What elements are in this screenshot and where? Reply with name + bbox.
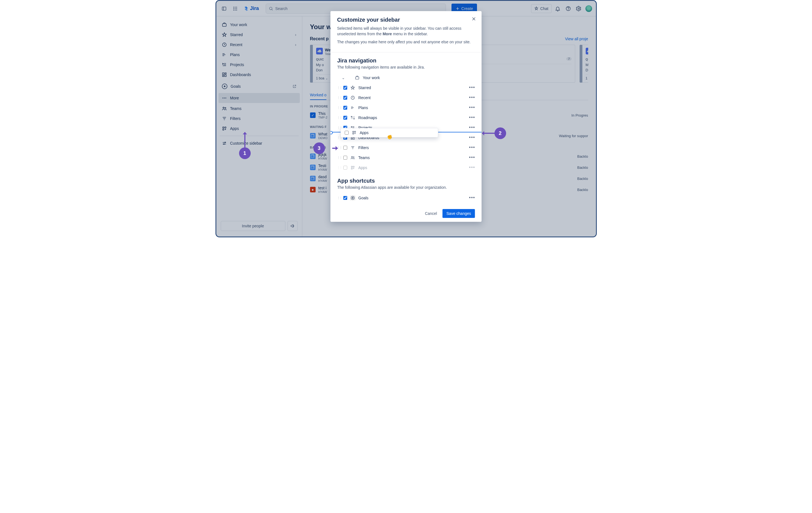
svg-rect-42 — [353, 138, 354, 139]
nav-section-subtitle: The following navigation items are avail… — [337, 65, 475, 70]
shortcuts-section-title: App shortcuts — [337, 178, 475, 184]
drag-handle-icon[interactable]: ⋮⋮ — [337, 96, 341, 99]
nav-item-more-button[interactable]: ••• — [469, 125, 475, 131]
drag-ghost-checkbox — [345, 131, 349, 135]
nav-item-more-button[interactable]: ••• — [469, 155, 475, 160]
svg-rect-36 — [355, 77, 359, 79]
nav-item-checkbox[interactable] — [343, 156, 347, 160]
nav-item-teams[interactable]: ⋮⋮Teams••• — [337, 153, 475, 163]
nav-item-label: Roadmaps — [358, 115, 377, 120]
callout-arrow-3 — [332, 148, 338, 149]
nav-item-apps[interactable]: ⋮⋮Apps••• — [337, 163, 475, 173]
modal-description: Selected items will always be visible in… — [337, 26, 475, 37]
nav-item-checkbox[interactable] — [343, 86, 347, 90]
drag-handle-icon[interactable]: ⋮⋮ — [337, 86, 341, 89]
drag-handle-icon[interactable]: ⋮⋮ — [337, 106, 341, 109]
star-icon — [350, 85, 355, 90]
drag-ghost-label: Apps — [360, 131, 369, 135]
teams-icon — [350, 156, 355, 160]
callout-arrow-1 — [244, 132, 245, 148]
callout-badge-1: 1 — [239, 147, 251, 159]
filter-icon — [350, 145, 355, 150]
shortcut-checkbox[interactable] — [343, 196, 347, 200]
nav-item-more-button[interactable]: ••• — [469, 165, 475, 170]
nav-item-starred[interactable]: ⋮⋮Starred••• — [337, 83, 475, 93]
apps-icon — [350, 165, 355, 170]
svg-point-44 — [351, 156, 352, 157]
nav-item-label: Filters — [358, 145, 369, 150]
nav-item-label: Starred — [358, 85, 371, 90]
svg-rect-43 — [351, 138, 352, 139]
nav-item-more-button[interactable]: ••• — [469, 94, 475, 101]
briefcase-icon — [354, 76, 360, 80]
nav-item-label: Your work — [363, 76, 380, 80]
svg-point-39 — [354, 118, 354, 119]
nav-item-more-button[interactable]: ••• — [469, 115, 475, 120]
nav-item-more-button[interactable]: ••• — [469, 135, 475, 140]
nav-item-more-button[interactable]: ••• — [469, 85, 475, 90]
close-icon — [471, 16, 477, 22]
nav-item-more-button[interactable]: ••• — [469, 105, 475, 110]
shortcut-label: Goals — [358, 196, 369, 200]
svg-rect-47 — [353, 166, 354, 167]
nav-item-checkbox[interactable] — [343, 96, 347, 100]
drag-handle-icon[interactable]: ⋮⋮ — [337, 126, 341, 129]
callout-arrow-2 — [482, 133, 495, 134]
nav-item-checkbox[interactable] — [343, 106, 347, 110]
chevron-down-icon: ⌄ — [342, 76, 345, 80]
shortcut-more-button[interactable]: ••• — [469, 195, 475, 201]
svg-rect-49 — [352, 131, 354, 132]
nav-item-label: Teams — [358, 156, 370, 160]
shortcut-item-goals[interactable]: ⋮⋮Goals••• — [337, 193, 475, 203]
nav-section-title: Jira navigation — [337, 57, 475, 64]
drag-handle-icon[interactable]: ⋮⋮ — [337, 196, 341, 199]
modal-description-2: The changes you make here only affect yo… — [337, 39, 475, 45]
save-changes-button[interactable]: Save changes — [443, 209, 475, 218]
modal-title: Customize your sidebar — [337, 17, 475, 23]
drag-handle-icon[interactable]: ⋮⋮ — [337, 156, 341, 159]
drag-handle-icon[interactable]: ⋮⋮ — [337, 116, 341, 119]
clock-icon — [350, 96, 355, 100]
modal-close-button[interactable] — [471, 16, 477, 23]
apps-icon — [351, 131, 357, 135]
nav-item-plans[interactable]: ⋮⋮Plans••• — [337, 103, 475, 113]
svg-rect-46 — [351, 166, 352, 167]
svg-point-45 — [353, 157, 354, 157]
nav-item-recent[interactable]: ⋮⋮Recent••• — [337, 93, 475, 103]
roadmap-icon — [350, 115, 355, 120]
plans-icon — [350, 106, 355, 110]
callout-badge-3: 3 — [313, 142, 325, 154]
nav-item-checkbox[interactable] — [343, 146, 347, 150]
grab-cursor-icon: ✊ — [387, 135, 393, 140]
goals-icon — [350, 195, 355, 200]
drag-handle-icon[interactable]: ⋮⋮ — [337, 136, 341, 139]
nav-item-more-button[interactable]: ••• — [469, 145, 475, 151]
svg-rect-51 — [352, 133, 354, 134]
nav-item-label: Plans — [358, 106, 368, 110]
nav-item-checkbox[interactable] — [343, 166, 347, 170]
drag-handle-icon[interactable]: ⋮⋮ — [337, 166, 341, 169]
svg-rect-48 — [351, 168, 352, 169]
cancel-button[interactable]: Cancel — [422, 209, 440, 218]
svg-point-53 — [352, 197, 353, 198]
shortcuts-section-subtitle: The following Atlassian apps are availab… — [337, 185, 475, 190]
nav-item-your-work[interactable]: ⋮⋮⌄Your work — [337, 73, 475, 83]
nav-item-filters[interactable]: ⋮⋮Filters••• — [337, 143, 475, 153]
nav-item-label: Apps — [358, 165, 367, 170]
nav-item-roadmaps[interactable]: ⋮⋮Roadmaps••• — [337, 113, 475, 123]
svg-rect-50 — [354, 131, 355, 132]
customize-sidebar-modal: Customize your sidebar Selected items wi… — [330, 11, 482, 222]
callout-badge-2: 2 — [494, 128, 506, 139]
nav-item-checkbox[interactable] — [343, 116, 347, 120]
nav-item-label: Recent — [358, 96, 371, 100]
